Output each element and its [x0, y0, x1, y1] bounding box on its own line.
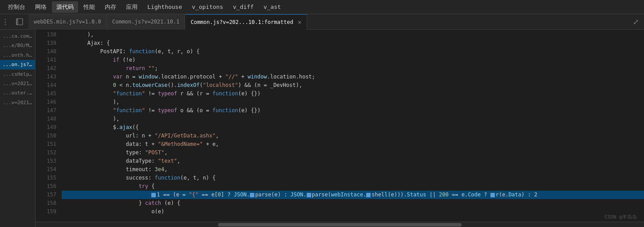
tab-menu-icon[interactable]: ⋮: [0, 18, 11, 26]
menu-vopitons[interactable]: v_opitons: [187, 2, 227, 12]
line-numbers: 1381391401411421431441451461471481491501…: [36, 30, 60, 222]
code-content: 1381391401411421431441451461471481491501…: [36, 30, 644, 222]
tab-bar: ⋮ webDES.min.js?v=1.0.0 Common.js?v=2021…: [0, 14, 644, 30]
menu-network[interactable]: 网络: [31, 1, 51, 13]
code-lines[interactable]: ), Ajax: { PostAPI: function(e, t, r, o)…: [60, 30, 644, 222]
tab-webdes[interactable]: webDES.min.js?v=1.0.0: [28, 14, 107, 30]
tab-common2-formatted[interactable]: Common.js?v=202...10.1:formatted ×: [185, 14, 307, 30]
menu-source[interactable]: 源代码: [52, 1, 78, 13]
tab-close-icon[interactable]: ×: [298, 19, 301, 26]
menu-bar: 控制台 网络 源代码 性能 内存 应用 Lighthouse v_opitons…: [0, 0, 644, 14]
maximize-icon[interactable]: ⤢: [628, 18, 644, 26]
menu-console[interactable]: 控制台: [4, 1, 30, 13]
horizontal-scrollbar[interactable]: [36, 222, 644, 227]
sidebar-item-4[interactable]: ...csHelper.js: [0, 70, 35, 79]
sidebar: ...ca.com.cn ...e/BO/Mor ...onth.html ..…: [0, 30, 36, 227]
menu-memory[interactable]: 内存: [100, 1, 121, 13]
menu-app[interactable]: 应用: [122, 1, 142, 13]
menu-lighthouse[interactable]: Lighthouse: [143, 2, 186, 12]
sidebar-item-7[interactable]: ...v=2021.10: [0, 98, 35, 107]
sidebar-item-1[interactable]: ...e/BO/Mor: [0, 41, 35, 50]
menu-perf[interactable]: 性能: [79, 1, 99, 13]
menu-vast[interactable]: v_ast: [259, 2, 285, 12]
tab-panel-icon[interactable]: [11, 18, 28, 25]
sidebar-item-3[interactable]: ...on.js?v=2: [0, 60, 35, 69]
sidebar-item-0[interactable]: ...ca.com.cn: [0, 31, 35, 41]
watermark: CSDN @半岛岛: [604, 214, 637, 220]
sidebar-item-6[interactable]: ...outer.js?v=: [0, 88, 35, 98]
scrollbar-thumb[interactable]: [218, 223, 461, 227]
code-editor: 1381391401411421431441451461471481491501…: [36, 30, 644, 227]
sidebar-item-2[interactable]: ...onth.html: [0, 51, 35, 60]
tab-common1[interactable]: Common.js?v=2021.10.1: [107, 14, 186, 30]
main-area: ...ca.com.cn ...e/BO/Mor ...onth.html ..…: [0, 30, 644, 227]
menu-vdiff[interactable]: v_diff: [229, 2, 258, 12]
svg-rect-1: [16, 19, 18, 25]
sidebar-item-5[interactable]: ...v=2021.10: [0, 79, 35, 88]
